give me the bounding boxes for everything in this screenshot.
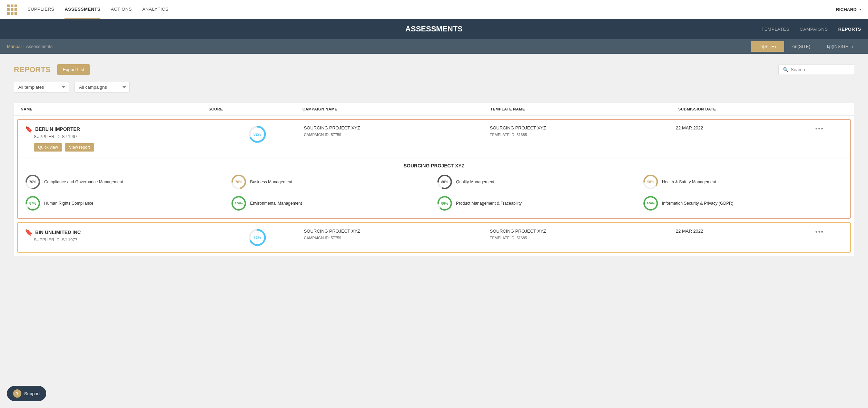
nav-items: SUPPLIERS ASSESSMENTS ACTIONS ANALYTICS [28,0,836,19]
filters: All templates All campaigns [14,82,854,93]
breadcrumb-current: Assessments [26,44,52,49]
supplier-info: 🔖 BERLIN IMPORTER SUPPLIER ID: SJ-1967 Q… [25,125,211,152]
col-template: TEMPLATE NAME [490,107,678,111]
col-actions [819,107,847,111]
breadcrumb-link[interactable]: Manual [7,44,22,49]
sub-nav-title: ASSESSMENTS [292,25,576,33]
score-label: Business Management [250,179,292,184]
user-dropdown-icon[interactable]: ▾ [859,8,861,11]
sub-scores-title: SOURCING PROJECT XYZ [25,163,843,168]
mini-score-value: 80% [441,180,448,184]
mini-score-value: 87% [29,202,36,205]
score-value: 82% [254,235,261,240]
campaign-info: SOURCING PROJECT XYZ CAMPAIGN ID: 57759 [304,125,490,137]
sub-nav-templates[interactable]: TEMPLATES [761,27,789,32]
score-label: Quality Management [456,179,494,184]
table-row: 🔖 BERLIN IMPORTER SUPPLIER ID: SJ-1967 Q… [17,119,851,219]
mini-score-value: 86% [441,202,448,205]
main-content: REPORTS Export List 🔍 All templates All … [0,54,868,408]
table-row: 🔖 BIN UNLIMITED INC SUPPLIER ID: SJ-1977… [17,222,851,253]
supplier-id: SUPPLIER ID: SJ-1977 [34,237,211,242]
view-report-button[interactable]: View report [65,143,94,152]
sub-nav-campaigns[interactable]: CAMPAIGNS [800,27,828,32]
scores-grid: 76% Compliance and Governance Management… [25,174,843,211]
score-value: 82% [254,132,261,136]
col-date: SUBMISSION DATE [678,107,819,111]
sub-nav: ASSESSMENTS TEMPLATES CAMPAIGNS REPORTS [0,19,868,39]
score-label: Health & Safety Management [662,179,716,184]
reports-header: REPORTS Export List 🔍 [14,64,854,75]
quick-view-button[interactable]: Quick view [34,143,62,152]
breadcrumb-separator: - [23,44,24,49]
tab-onsite[interactable]: on(SITE) [784,41,819,52]
templates-filter[interactable]: All templates [14,82,69,93]
score-label: Compliance and Governance Management [44,179,123,184]
score-item: 80% Quality Management [437,174,637,190]
template-info: SOURCING PROJECT XYZ TEMPLATE ID: 51685 [490,125,676,137]
nav-item-suppliers[interactable]: SUPPLIERS [28,0,54,19]
row-main: 🔖 BERLIN IMPORTER SUPPLIER ID: SJ-1967 Q… [18,120,850,157]
support-label: Support [24,391,40,396]
score-item: 58% Health & Safety Management [643,174,843,190]
supplier-id: SUPPLIER ID: SJ-1967 [34,134,211,139]
score-label: Information Security & Privacy (GDPR) [662,201,733,206]
campaign-info: SOURCING PROJECT XYZ CAMPAIGN ID: 57759 [304,229,490,240]
col-campaign: CAMPAIGN NAME [303,107,491,111]
search-icon: 🔍 [783,67,789,72]
score-item: 86% Product Management & Traceability [437,195,637,211]
score-circle: 82% [211,229,304,246]
score-label: Human Rights Compliance [44,201,93,206]
reports-title: REPORTS [14,65,50,74]
support-button[interactable]: ? Support [7,386,46,401]
bookmark-green-icon: 🔖 [25,125,32,133]
nav-item-actions[interactable]: ACTIONS [111,0,132,19]
mini-score-value: 76% [29,180,36,184]
nav-item-analytics[interactable]: ANALYTICS [142,0,169,19]
top-nav-right: RICHARD ▾ [836,7,861,12]
score-item: 70% Business Management [231,174,431,190]
submission-date: 22 MAR 2022 [676,229,815,234]
score-item: 100% Environmental Management [231,195,431,211]
supplier-info: 🔖 BIN UNLIMITED INC SUPPLIER ID: SJ-1977 [25,229,211,242]
score-label: Product Management & Traceability [456,201,522,206]
submission-date: 22 MAR 2022 [676,125,815,130]
sub-scores: SOURCING PROJECT XYZ 76% Compliance and … [18,157,850,218]
export-list-button[interactable]: Export List [57,64,89,75]
reports-table: NAME SCORE CAMPAIGN NAME TEMPLATE NAME S… [14,103,854,256]
score-item: 100% Information Security & Privacy (GDP… [643,195,843,211]
sub-nav-reports[interactable]: REPORTS [838,27,861,32]
more-options-button[interactable]: ••• [815,125,843,133]
template-info: SOURCING PROJECT XYZ TEMPLATE ID: 51685 [490,229,676,240]
logo [7,4,17,15]
support-icon: ? [13,389,21,398]
col-name: NAME [21,107,209,111]
top-nav: SUPPLIERS ASSESSMENTS ACTIONS ANALYTICS … [0,0,868,19]
supplier-name: 🔖 BIN UNLIMITED INC [25,229,211,236]
row-main: 🔖 BIN UNLIMITED INC SUPPLIER ID: SJ-1977… [18,223,850,252]
tab-kpinsight[interactable]: kp(INSIGHT) [819,41,861,52]
mini-score-value: 100% [647,202,654,205]
tab-insite[interactable]: in(SITE) [751,41,784,52]
mini-score-value: 100% [235,202,243,205]
score-item: 76% Compliance and Governance Management [25,174,225,190]
mini-score-value: 70% [235,180,242,184]
tab-group: in(SITE) on(SITE) kp(INSIGHT) [751,41,861,52]
supplier-name: 🔖 BERLIN IMPORTER [25,125,211,133]
search-input[interactable] [791,67,850,72]
user-name[interactable]: RICHARD [836,7,857,12]
mini-score-value: 58% [647,180,654,184]
score-circle: 82% [211,125,304,143]
more-options-button[interactable]: ••• [815,229,843,236]
search-box: 🔍 [778,65,854,75]
table-header: NAME SCORE CAMPAIGN NAME TEMPLATE NAME S… [14,103,854,116]
score-item: 87% Human Rights Compliance [25,195,225,211]
bookmark-orange-icon: 🔖 [25,229,32,236]
sub-nav-links: TEMPLATES CAMPAIGNS REPORTS [576,27,861,32]
campaigns-filter[interactable]: All campaigns [75,82,130,93]
action-buttons: Quick view View report [34,143,211,152]
breadcrumb-nav: Manual - Assessments in(SITE) on(SITE) k… [0,39,868,54]
score-label: Environmental Management [250,201,302,206]
col-score: SCORE [209,107,303,111]
nav-item-assessments[interactable]: ASSESSMENTS [65,0,100,19]
